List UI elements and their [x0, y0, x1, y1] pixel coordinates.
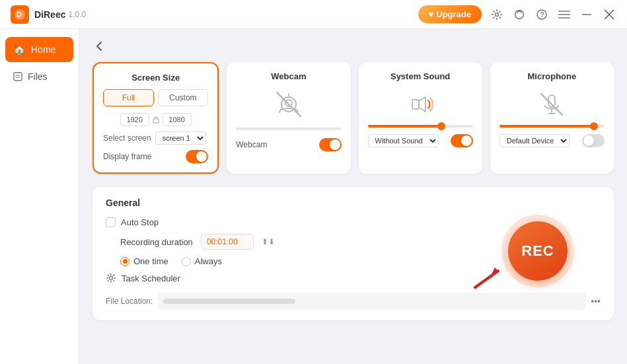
system-sound-toggle[interactable] — [451, 134, 473, 147]
svg-text:D: D — [17, 11, 22, 18]
webcam-toggle[interactable] — [319, 138, 342, 151]
app-name: DiReec — [34, 9, 65, 20]
menu-icon[interactable] — [557, 7, 572, 22]
titlebar-icons: ? — [490, 7, 616, 22]
microphone-card: Microphone — [490, 62, 614, 174]
microphone-slider[interactable] — [499, 125, 605, 127]
webcam-card-bottom: Webcam — [236, 138, 341, 151]
refresh-icon[interactable] — [512, 7, 527, 22]
display-frame-label: Display frame — [103, 152, 151, 161]
custom-button[interactable]: Custom — [158, 89, 209, 106]
webcam-title: Webcam — [236, 71, 341, 81]
display-frame-row: Display frame — [103, 150, 208, 163]
auto-stop-checkbox[interactable] — [106, 217, 116, 227]
toggle-thumb — [196, 151, 207, 162]
sidebar-item-files[interactable]: Files — [5, 65, 73, 89]
rec-outer-ring: REC — [501, 215, 574, 287]
home-icon: 🏠 — [13, 44, 26, 55]
system-sound-slider[interactable] — [368, 125, 473, 127]
system-sound-icon — [404, 88, 437, 121]
screen-size-card: Screen Size Full Custom Select screen sc… — [92, 62, 219, 174]
gear-icon — [106, 273, 116, 283]
sidebar-item-home[interactable]: 🏠 Home — [5, 37, 73, 62]
content-area: Screen Size Full Custom Select screen sc… — [79, 29, 627, 364]
rec-arrow — [468, 261, 508, 294]
resolution-row — [103, 113, 208, 126]
microphone-toggle-thumb — [583, 135, 594, 146]
general-title: General — [106, 198, 601, 208]
file-location-label: File Location: — [106, 297, 153, 306]
screen-select[interactable]: screen 1 — [155, 131, 206, 145]
recording-duration-label: Recording duration — [120, 237, 193, 247]
system-sound-card: System Sound Without — [359, 62, 482, 174]
general-section: General Auto Stop Recording duration ⬆⬇ … — [92, 187, 614, 320]
webcam-icon — [272, 88, 305, 121]
system-sound-slider-thumb — [437, 122, 445, 130]
radio-one-time-item[interactable]: One time — [120, 256, 168, 266]
upgrade-label: Upgrade — [436, 9, 471, 19]
sidebar: 🏠 Home Files — [0, 29, 79, 364]
cards-row: Screen Size Full Custom Select screen sc… — [92, 62, 614, 174]
display-frame-toggle[interactable] — [186, 150, 208, 163]
duration-spinner-icon: ⬆⬇ — [262, 237, 275, 246]
file-location-menu[interactable]: ••• — [591, 296, 601, 307]
app-logo: D — [11, 5, 29, 24]
rec-container: REC — [501, 215, 574, 287]
back-button[interactable] — [92, 40, 614, 53]
duration-input[interactable] — [201, 234, 254, 250]
screen-size-btn-group: Full Custom — [103, 89, 208, 106]
svg-point-25 — [110, 277, 113, 280]
sidebar-files-label: Files — [28, 71, 48, 82]
app-version: 1.0.0 — [68, 10, 86, 19]
microphone-toggle[interactable] — [582, 134, 605, 147]
screen-size-title: Screen Size — [103, 73, 208, 83]
settings-icon[interactable] — [490, 7, 504, 22]
minimize-button[interactable] — [579, 7, 594, 22]
close-button[interactable] — [602, 7, 616, 22]
webcam-slider-track[interactable] — [236, 127, 341, 130]
system-sound-card-bottom: Without Sound — [368, 134, 473, 147]
lock-icon — [152, 116, 160, 124]
rec-button[interactable]: REC — [508, 221, 568, 281]
radio-always-item[interactable]: Always — [182, 256, 222, 266]
svg-rect-15 — [153, 119, 159, 123]
full-button[interactable]: Full — [103, 89, 154, 106]
file-path-display — [158, 293, 585, 310]
upgrade-button[interactable]: ♥ Upgrade — [418, 5, 482, 23]
titlebar: D DiReec 1.0.0 ♥ Upgrade ? — [0, 0, 627, 29]
svg-point-3 — [515, 10, 524, 18]
webcam-toggle-thumb — [330, 139, 340, 150]
svg-rect-20 — [412, 100, 419, 109]
microphone-title: Microphone — [499, 71, 605, 81]
file-location-row: File Location: ••• — [106, 293, 601, 310]
rec-label: REC — [521, 242, 554, 260]
microphone-card-bottom: Default Device — [499, 134, 605, 147]
radio-one-time[interactable] — [120, 257, 129, 266]
sound-select[interactable]: Without Sound — [368, 134, 439, 147]
sidebar-home-label: Home — [31, 44, 55, 55]
task-scheduler-label: Task Scheduler — [122, 273, 180, 283]
device-select-row: Default Device — [499, 134, 570, 147]
radio-one-time-label: One time — [133, 256, 168, 266]
help-icon[interactable]: ? — [535, 7, 549, 22]
webcam-card: Webcam Webcam — [227, 62, 350, 174]
sound-select-row: Without Sound — [368, 134, 439, 147]
select-screen-label: Select screen — [103, 133, 151, 143]
webcam-label: Webcam — [236, 140, 267, 149]
system-sound-title: System Sound — [368, 71, 473, 81]
svg-point-2 — [496, 13, 499, 16]
svg-text:?: ? — [540, 11, 544, 18]
file-path-bar — [163, 299, 295, 304]
width-input[interactable] — [120, 113, 149, 126]
microphone-device-select[interactable]: Default Device — [499, 134, 570, 147]
height-input[interactable] — [163, 113, 192, 126]
system-sound-toggle-thumb — [461, 135, 472, 146]
microphone-slider-thumb — [590, 122, 598, 130]
select-screen-row: Select screen screen 1 — [103, 131, 208, 145]
files-icon — [13, 72, 22, 81]
radio-always[interactable] — [182, 257, 191, 266]
auto-stop-label: Auto Stop — [121, 217, 159, 227]
radio-always-label: Always — [195, 256, 222, 266]
main-layout: 🏠 Home Files Screen Size Full Custom — [0, 29, 627, 364]
microphone-icon — [535, 88, 568, 121]
